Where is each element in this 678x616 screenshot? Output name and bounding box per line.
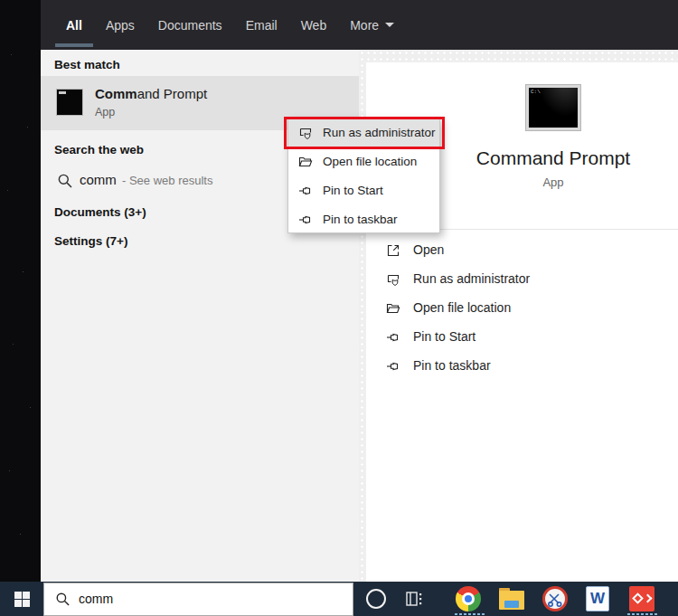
command-prompt-large-icon: C:\ bbox=[525, 84, 581, 131]
red-arrow-app-icon[interactable] bbox=[629, 586, 654, 611]
search-filter-tabs: All Apps Documents Email Web More bbox=[41, 0, 678, 50]
tab-all[interactable]: All bbox=[55, 0, 93, 50]
search-flyout: All Apps Documents Email Web More Best m… bbox=[41, 0, 678, 582]
web-hint-text: - See web results bbox=[122, 174, 212, 187]
windows-search-screen: All Apps Documents Email Web More Best m… bbox=[0, 0, 678, 616]
action-run-as-administrator[interactable]: Run as administrator bbox=[359, 265, 678, 294]
pin-icon bbox=[298, 184, 313, 198]
windows-logo-icon bbox=[14, 592, 30, 607]
preview-actions: Open Run as administrator Open file loca… bbox=[359, 236, 678, 381]
tab-apps[interactable]: Apps bbox=[95, 0, 146, 50]
taskbar: W bbox=[0, 582, 678, 616]
tab-documents[interactable]: Documents bbox=[147, 0, 233, 50]
word-icon[interactable]: W bbox=[586, 586, 609, 611]
documents-group-header[interactable]: Documents (3+) bbox=[54, 205, 146, 219]
file-location-icon bbox=[386, 301, 400, 316]
context-menu-run-as-administrator[interactable]: Run as administrator bbox=[288, 118, 439, 147]
best-match-header: Best match bbox=[54, 58, 120, 71]
pin-icon bbox=[386, 359, 400, 374]
chrome-running-indicator bbox=[455, 613, 485, 615]
context-menu: Run as administrator Open file location … bbox=[287, 118, 440, 233]
run-as-admin-icon bbox=[298, 126, 313, 140]
context-menu-pin-to-start[interactable]: Pin to Start bbox=[288, 176, 439, 205]
chevron-down-icon bbox=[385, 23, 394, 27]
result-title: Command Prompt bbox=[95, 86, 207, 101]
desktop-wallpaper bbox=[0, 0, 41, 582]
settings-group-header[interactable]: Settings (7+) bbox=[54, 234, 127, 248]
action-open-file-location[interactable]: Open file location bbox=[359, 294, 678, 323]
tab-web[interactable]: Web bbox=[290, 0, 338, 50]
run-as-admin-icon bbox=[386, 272, 400, 287]
action-pin-to-start[interactable]: Pin to Start bbox=[359, 323, 678, 352]
web-query-text: comm bbox=[80, 172, 117, 187]
start-button[interactable] bbox=[0, 582, 43, 616]
open-icon bbox=[386, 243, 400, 258]
action-open[interactable]: Open bbox=[359, 236, 678, 265]
cortana-icon[interactable] bbox=[366, 589, 386, 609]
red-app-running-indicator bbox=[627, 613, 659, 615]
search-the-web-header: Search the web bbox=[54, 143, 144, 156]
context-menu-open-file-location[interactable]: Open file location bbox=[288, 147, 439, 176]
context-menu-pin-to-taskbar[interactable]: Pin to taskbar bbox=[288, 205, 439, 234]
stars-decoration bbox=[0, 0, 1, 1]
task-view-icon[interactable] bbox=[404, 589, 424, 612]
pin-icon bbox=[298, 213, 313, 227]
result-subtitle: App bbox=[95, 106, 115, 118]
taskbar-search-box[interactable] bbox=[43, 583, 353, 616]
tab-more[interactable]: More bbox=[339, 0, 405, 50]
snipping-tool-icon[interactable] bbox=[542, 586, 568, 611]
search-icon bbox=[57, 173, 73, 189]
file-explorer-icon[interactable] bbox=[499, 588, 524, 610]
taskbar-search-input[interactable] bbox=[79, 583, 341, 613]
tab-email[interactable]: Email bbox=[235, 0, 288, 50]
pin-icon bbox=[386, 330, 400, 345]
file-location-icon bbox=[298, 155, 313, 169]
search-icon bbox=[55, 592, 71, 607]
action-pin-to-taskbar[interactable]: Pin to taskbar bbox=[359, 352, 678, 381]
chrome-icon[interactable] bbox=[456, 586, 481, 611]
command-prompt-icon bbox=[56, 89, 83, 116]
